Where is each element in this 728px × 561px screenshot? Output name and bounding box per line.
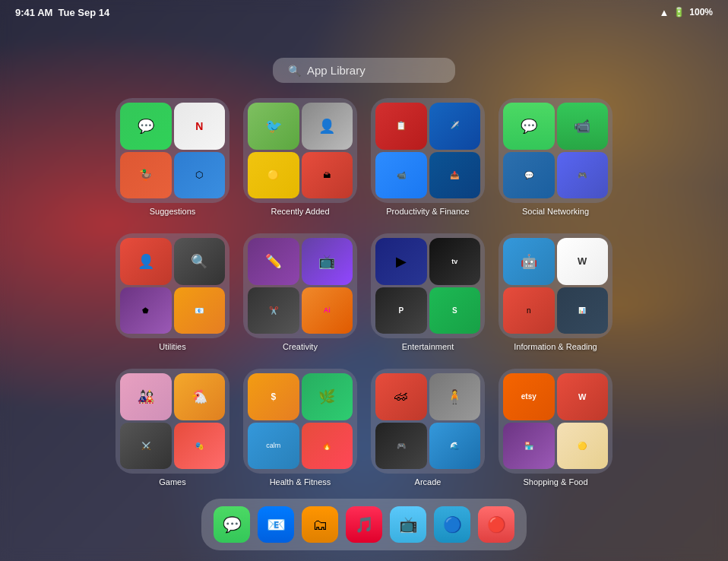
app-icon-wikipedia: W	[557, 238, 609, 285]
category-games[interactable]: 🎎 🐔 ⚔️ 🎭 Games	[116, 369, 229, 490]
app-icon-paramount: ▶	[375, 238, 427, 285]
search-icon: 🔍	[288, 65, 301, 77]
app-icon-recently-3: 🟡	[248, 152, 299, 199]
label-health: Health & Fitness	[270, 477, 331, 487]
label-utilities: Utilities	[159, 342, 185, 351]
app-icon-signal: 💬	[503, 152, 555, 199]
status-right: ▲ 🔋 100%	[659, 7, 713, 18]
app-icon-calm: calm	[248, 423, 299, 470]
app-icon-discord: 🎮	[557, 152, 609, 199]
app-icon-store2: 🟡	[557, 423, 609, 470]
category-productivity[interactable]: 📋 ✈️ 📹 📥 Productivity & Finance	[371, 98, 485, 220]
category-recently[interactable]: 🐦 👤 🟡 🏔 Recently Added	[243, 98, 357, 220]
app-icon-arcade3: 🎮	[375, 423, 427, 470]
app-icon-recently-1: 🐦	[248, 103, 299, 150]
folder-shopping: etsy W 🏪 🟡	[499, 369, 612, 474]
app-icon-game4: 🎭	[174, 423, 226, 470]
battery-level: 100%	[689, 7, 713, 17]
app-icon-arcade1: 🏎	[375, 373, 427, 420]
app-icon-arcade4: 🌊	[429, 423, 481, 470]
app-icon-office: 📋	[375, 103, 427, 150]
app-icon-mail: 📧	[174, 287, 226, 334]
app-icon-zoom: 📹	[375, 152, 427, 199]
label-entertainment: Entertainment	[402, 342, 454, 351]
app-icon-fiit: 🔥	[302, 423, 353, 470]
app-icon-messages: 💬	[503, 103, 555, 150]
label-recently: Recently Added	[271, 207, 329, 216]
dock-icon-4[interactable]: 🎵	[346, 506, 382, 543]
folder-games: 🎎 🐔 ⚔️ 🎭	[116, 369, 229, 474]
app-icon-game2: 🐔	[174, 373, 226, 420]
app-icon-vectornator: ✏️	[248, 238, 299, 285]
app-icon-darkroom: ✂️	[248, 287, 299, 334]
app-icon-duckduckgo: 🦆	[120, 152, 172, 199]
app-icon-spark: ✈️	[429, 103, 481, 150]
app-icon-loupe: 🔍	[174, 238, 226, 285]
app-icon-spendings: $	[248, 373, 299, 420]
label-suggestions: Suggestions	[150, 207, 196, 216]
category-arcade[interactable]: 🏎 🧍 🎮 🌊 Arcade	[371, 369, 485, 490]
category-health[interactable]: $ 🌿 calm 🔥 Health & Fitness	[243, 369, 357, 490]
folder-health: $ 🌿 calm 🔥	[243, 369, 357, 474]
app-icon-appletv: tv	[429, 238, 481, 285]
folder-creativity: ✏️ 📺 ✂️ Ai	[243, 233, 357, 338]
app-icon-messages: 💬	[120, 103, 172, 150]
app-icon-notchify: N	[174, 103, 226, 150]
app-icon-news: n	[503, 287, 555, 334]
app-icon-store1: 🏪	[503, 423, 555, 470]
category-social[interactable]: 💬 📹 💬 🎮 Social Networking	[499, 98, 612, 220]
app-icon-pockettv: P	[375, 287, 427, 334]
category-utilities[interactable]: 👤 🔍 ⬟ 📧 Utilities	[116, 233, 229, 355]
app-icon-shortcuts: ⬟	[120, 287, 172, 334]
label-creativity: Creativity	[283, 342, 318, 351]
dock-icon-5[interactable]: 📺	[390, 506, 426, 543]
category-entertainment[interactable]: ▶ tv P S Entertainment	[371, 233, 485, 355]
app-library: 🔍 App Library 💬 N 🦆 ⬡ Suggestions 🐦 👤 🟡 …	[0, 49, 728, 490]
folder-social: 💬 📹 💬 🎮	[499, 98, 612, 203]
folder-suggestions: 💬 N 🦆 ⬡	[116, 98, 229, 203]
app-icon-illustrator: Ai	[302, 287, 353, 334]
category-shopping[interactable]: etsy W 🏪 🟡 Shopping & Food	[499, 369, 612, 490]
app-icon-recently-2: 👤	[302, 103, 353, 150]
app-icon-shazam: S	[429, 287, 481, 334]
dock-icon-6[interactable]: 🔵	[434, 506, 470, 543]
battery-icon: 🔋	[673, 7, 685, 17]
app-icon-arcade2: 🧍	[429, 373, 481, 420]
app-icon-lumi: 🌿	[302, 373, 353, 420]
app-icon-game3: ⚔️	[120, 423, 172, 470]
app-icon-replika: 🤖	[503, 238, 555, 285]
label-shopping: Shopping & Food	[523, 477, 587, 487]
label-games: Games	[159, 477, 185, 487]
category-suggestions[interactable]: 💬 N 🦆 ⬡ Suggestions	[116, 98, 229, 220]
app-icon-etsy: etsy	[503, 373, 555, 420]
label-arcade: Arcade	[415, 477, 442, 487]
search-bar[interactable]: 🔍 App Library	[273, 58, 455, 83]
app-icon-facetime: 📹	[557, 103, 609, 150]
dock-icon-7[interactable]: 🔴	[478, 506, 514, 543]
category-information[interactable]: 🤖 W n 📊 Information & Reading	[499, 233, 612, 355]
folder-entertainment: ▶ tv P S	[371, 233, 485, 338]
dock-icon-1[interactable]: 💬	[214, 506, 250, 543]
app-icon-walgreens: W	[557, 373, 609, 420]
app-icon-widgetsmith: ⬡	[174, 152, 226, 199]
dock-icon-3[interactable]: 🗂	[302, 506, 338, 543]
dock: 💬 📧 🗂 🎵 📺 🔵 🔴	[201, 499, 527, 550]
folder-productivity: 📋 ✈️ 📹 📥	[371, 98, 485, 203]
status-time: 9:41 AM Tue Sep 14	[15, 7, 109, 18]
folder-arcade: 🏎 🧍 🎮 🌊	[371, 369, 485, 474]
folder-recently: 🐦 👤 🟡 🏔	[243, 98, 357, 203]
label-information: Information & Reading	[514, 342, 597, 351]
folder-information: 🤖 W n 📊	[499, 233, 612, 338]
label-social: Social Networking	[522, 207, 589, 216]
app-icon-dropbox: 📥	[429, 152, 481, 199]
dock-icon-2[interactable]: 📧	[258, 506, 294, 543]
category-creativity[interactable]: ✏️ 📺 ✂️ Ai Creativity	[243, 233, 357, 355]
status-bar: 9:41 AM Tue Sep 14 ▲ 🔋 100%	[0, 0, 728, 24]
search-placeholder: App Library	[307, 64, 366, 77]
wifi-icon: ▲	[659, 7, 669, 18]
app-icon-game1: 🎎	[120, 373, 172, 420]
app-icon-contacts: 👤	[120, 238, 172, 285]
folder-utilities: 👤 🔍 ⬟ 📧	[116, 233, 229, 338]
app-icon-cnbc: 📊	[557, 287, 609, 334]
app-icon-recently-4: 🏔	[302, 152, 353, 199]
